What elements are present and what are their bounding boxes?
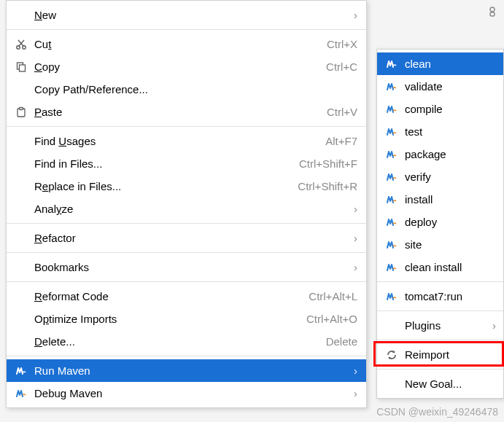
menu-separator	[7, 223, 366, 224]
menu-item-shortcut: Ctrl+X	[318, 38, 357, 50]
menu-item-cut[interactable]: CutCtrl+X	[7, 33, 366, 55]
menu-item-label: site	[400, 238, 496, 251]
menu-item-paste[interactable]: PasteCtrl+V	[7, 101, 366, 123]
svg-line-5	[18, 40, 23, 46]
menu-item-label: Copy Path/Reference...	[30, 83, 357, 95]
menu-item-shortcut: Ctrl+Shift+F	[290, 157, 357, 170]
submenu-item-plugins[interactable]: Plugins›	[377, 314, 503, 337]
menu-item-bookmarks[interactable]: Bookmarks›	[7, 256, 366, 278]
chevron-right-icon: ›	[486, 319, 496, 332]
menu-item-new[interactable]: New›	[7, 4, 366, 26]
maven-icon	[383, 239, 400, 251]
maven-icon	[383, 194, 400, 206]
menu-item-findinfiles[interactable]: Find in Files...Ctrl+Shift+F	[7, 152, 366, 175]
context-menu[interactable]: New›CutCtrl+XCopyCtrl+CCopy Path/Referen…	[6, 0, 367, 408]
menu-item-refactor[interactable]: Refactor›	[7, 227, 366, 249]
maven-icon	[383, 171, 400, 183]
maven-icon	[12, 365, 30, 377]
submenu-item-cleaninstall[interactable]: clean install	[377, 256, 503, 278]
menu-item-label: test	[400, 125, 496, 138]
chevron-right-icon: ›	[347, 232, 357, 244]
maven-icon	[12, 388, 30, 399]
menu-separator	[377, 281, 503, 282]
svg-point-0	[490, 7, 495, 12]
menu-separator	[7, 356, 366, 356]
menu-item-label: Paste	[30, 106, 318, 118]
menu-separator	[7, 126, 366, 127]
menu-item-optimize[interactable]: Optimize ImportsCtrl+Alt+O	[7, 308, 366, 330]
submenu-item-compile[interactable]: compile	[377, 98, 503, 120]
maven-submenu[interactable]: cleanvalidatecompiletestpackageverifyins…	[376, 49, 504, 399]
maven-icon	[383, 126, 400, 138]
menu-item-label: Debug Maven	[30, 387, 347, 399]
submenu-item-reimport[interactable]: Reimport	[377, 343, 503, 366]
menu-item-label: Copy	[30, 60, 317, 73]
copy-icon	[12, 61, 30, 73]
menu-item-label: Reimport	[400, 348, 496, 361]
menu-item-label: Cut	[30, 38, 318, 50]
maven-icon	[383, 81, 400, 93]
menu-item-label: Reformat Code	[30, 290, 300, 302]
menu-item-copypath[interactable]: Copy Path/Reference...	[7, 78, 366, 101]
menu-item-label: tomcat7:run	[400, 290, 496, 302]
menu-item-label: New	[30, 9, 347, 21]
menu-item-label: Find Usages	[30, 135, 317, 147]
maven-icon	[383, 149, 400, 160]
chevron-right-icon: ›	[347, 203, 357, 215]
menu-item-delete[interactable]: Delete...Delete	[7, 330, 366, 353]
submenu-item-deploy[interactable]: deploy	[377, 211, 503, 233]
menu-item-label: compile	[400, 103, 496, 115]
paste-icon	[12, 106, 30, 118]
menu-item-debugmaven[interactable]: Debug Maven›	[7, 382, 366, 405]
menu-item-shortcut: Ctrl+Alt+O	[298, 313, 357, 325]
maven-icon	[383, 291, 400, 302]
refresh-icon	[383, 349, 400, 361]
submenu-item-verify[interactable]: verify	[377, 165, 503, 188]
submenu-item-package[interactable]: package	[377, 143, 503, 165]
submenu-item-newgoal[interactable]: New Goal...	[377, 372, 503, 395]
menu-item-label: clean install	[400, 261, 496, 273]
maven-icon	[383, 216, 400, 228]
maven-icon	[383, 58, 400, 70]
svg-rect-7	[20, 65, 26, 71]
menu-item-label: deploy	[400, 216, 496, 228]
menu-item-shortcut: Ctrl+C	[317, 60, 357, 73]
menu-item-label: Plugins	[400, 319, 486, 332]
menu-item-findusages[interactable]: Find UsagesAlt+F7	[7, 130, 366, 152]
menu-separator	[7, 29, 366, 30]
watermark: CSDN @weixin_49246478	[376, 406, 498, 418]
submenu-item-install[interactable]: install	[377, 188, 503, 211]
menu-item-shortcut: Ctrl+Alt+L	[300, 290, 357, 302]
submenu-item-site[interactable]: site	[377, 233, 503, 256]
menu-separator	[377, 340, 503, 340]
svg-rect-9	[20, 107, 23, 109]
menu-item-label: Replace in Files...	[30, 180, 289, 192]
menu-item-label: clean	[400, 58, 496, 70]
menu-item-label: Find in Files...	[30, 157, 290, 170]
menu-item-label: package	[400, 148, 496, 160]
maven-icon	[383, 103, 400, 115]
toolbar-fragment	[486, 6, 501, 20]
menu-item-reformat[interactable]: Reformat CodeCtrl+Alt+L	[7, 285, 366, 308]
menu-item-label: Run Maven	[30, 364, 347, 377]
submenu-item-clean[interactable]: clean	[377, 52, 503, 75]
menu-separator	[7, 281, 366, 282]
submenu-item-tomcat7run[interactable]: tomcat7:run	[377, 285, 503, 308]
submenu-item-validate[interactable]: validate	[377, 75, 503, 98]
submenu-item-test[interactable]: test	[377, 120, 503, 143]
menu-item-analyze[interactable]: Analyze›	[7, 198, 366, 220]
menu-item-replaceinfiles[interactable]: Replace in Files...Ctrl+Shift+R	[7, 175, 366, 198]
menu-item-runmaven[interactable]: Run Maven›	[7, 359, 366, 382]
cut-icon	[12, 39, 30, 50]
chevron-right-icon: ›	[347, 261, 357, 273]
menu-item-label: verify	[400, 171, 496, 183]
menu-separator	[7, 252, 366, 253]
menu-item-label: Refactor	[30, 232, 347, 244]
menu-item-copy[interactable]: CopyCtrl+C	[7, 55, 366, 78]
menu-separator	[377, 369, 503, 370]
svg-point-3	[23, 45, 26, 48]
chevron-right-icon: ›	[347, 364, 357, 377]
menu-item-label: Delete...	[30, 335, 317, 348]
menu-separator	[377, 310, 503, 311]
menu-item-shortcut: Alt+F7	[317, 135, 357, 147]
